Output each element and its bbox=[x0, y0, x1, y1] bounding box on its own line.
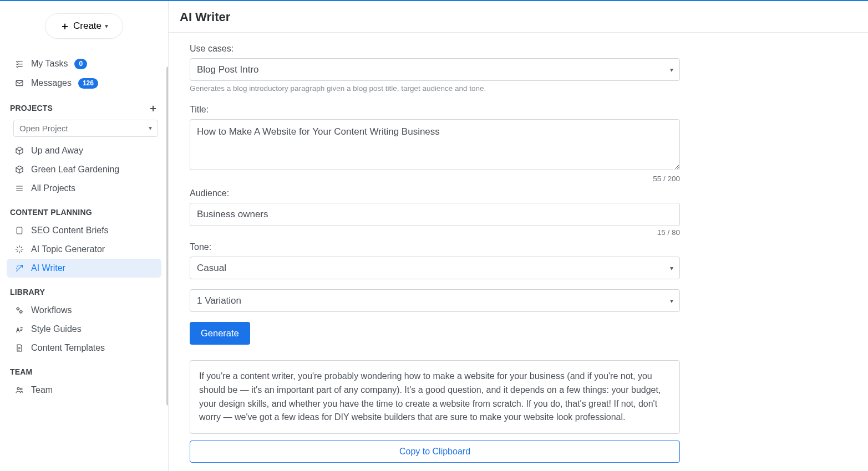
sidebar-item-label: Workflows bbox=[31, 305, 72, 315]
section-title-label: PROJECTS bbox=[10, 104, 53, 112]
section-library: LIBRARY bbox=[4, 278, 164, 301]
page-title: AI Writer bbox=[169, 1, 868, 33]
sidebar-scrollbar[interactable] bbox=[166, 66, 168, 406]
document-icon bbox=[14, 226, 24, 235]
section-team: TEAM bbox=[4, 357, 164, 381]
sidebar-item-project-green-leaf[interactable]: Green Leaf Gardening bbox=[7, 160, 161, 179]
main: AI Writer Use cases: Blog Post Intro Gen… bbox=[168, 1, 868, 471]
sidebar-item-content-templates[interactable]: Content Templates bbox=[7, 339, 161, 357]
chevron-down-icon: ▾ bbox=[105, 22, 108, 30]
sidebar-item-label: AI Writer bbox=[31, 263, 65, 273]
open-project-label: Open Project bbox=[19, 124, 68, 133]
plus-icon: ＋ bbox=[60, 21, 70, 31]
sidebar: ＋ Create ▾ My Tasks 0 Messages 126 PROJE… bbox=[0, 1, 168, 471]
title-textarea[interactable] bbox=[190, 119, 680, 170]
section-title-label: CONTENT PLANNING bbox=[10, 208, 92, 217]
sidebar-item-label: Team bbox=[31, 385, 53, 395]
section-content-planning: CONTENT PLANNING bbox=[4, 198, 164, 221]
style-icon bbox=[14, 325, 24, 334]
gears-icon bbox=[14, 306, 24, 315]
chevron-down-icon: ▾ bbox=[149, 124, 152, 132]
copy-to-clipboard-button[interactable]: Copy to Clipboard bbox=[190, 441, 680, 463]
messages-badge: 126 bbox=[78, 78, 98, 89]
sidebar-item-label: AI Topic Generator bbox=[31, 244, 105, 254]
create-button[interactable]: ＋ Create ▾ bbox=[45, 13, 123, 39]
sidebar-item-team[interactable]: Team bbox=[7, 381, 161, 400]
file-icon bbox=[14, 344, 24, 352]
content-area: Use cases: Blog Post Intro Generates a b… bbox=[169, 33, 868, 471]
sidebar-item-label: Green Leaf Gardening bbox=[31, 165, 119, 175]
sidebar-item-label: Up and Away bbox=[31, 146, 83, 156]
sparkle-icon bbox=[14, 245, 24, 254]
audience-label: Audience: bbox=[190, 188, 680, 198]
sidebar-item-ai-topic-generator[interactable]: AI Topic Generator bbox=[7, 240, 161, 259]
create-button-label: Create bbox=[73, 21, 101, 32]
title-label: Title: bbox=[190, 105, 680, 115]
sidebar-item-label: Content Templates bbox=[31, 343, 105, 353]
box-icon bbox=[14, 146, 24, 155]
svg-point-2 bbox=[17, 308, 19, 310]
sidebar-item-label: SEO Content Briefs bbox=[31, 226, 109, 235]
variation-select[interactable]: 1 Variation bbox=[190, 289, 680, 312]
sidebar-item-seo-briefs[interactable]: SEO Content Briefs bbox=[7, 221, 161, 240]
tasks-icon bbox=[14, 59, 24, 68]
tone-select[interactable]: Casual bbox=[190, 257, 680, 279]
sidebar-item-label: All Projects bbox=[31, 183, 75, 193]
svg-point-5 bbox=[21, 388, 22, 390]
sidebar-item-label: Style Guides bbox=[31, 324, 82, 334]
sidebar-item-style-guides[interactable]: Style Guides bbox=[7, 320, 161, 339]
box-icon bbox=[14, 165, 24, 174]
sidebar-item-workflows[interactable]: Workflows bbox=[7, 301, 161, 320]
title-char-counter: 55 / 200 bbox=[190, 175, 680, 183]
sidebar-item-all-projects[interactable]: All Projects bbox=[7, 179, 161, 198]
section-projects: PROJECTS ＋ bbox=[4, 93, 164, 117]
generate-button[interactable]: Generate bbox=[190, 322, 250, 345]
wand-icon bbox=[14, 264, 24, 273]
list-icon bbox=[14, 184, 24, 193]
sidebar-item-project-up-and-away[interactable]: Up and Away bbox=[7, 141, 161, 160]
tone-label: Tone: bbox=[190, 242, 680, 252]
sidebar-item-messages[interactable]: Messages 126 bbox=[7, 74, 161, 93]
result-text: If you're a content writer, you're proba… bbox=[190, 360, 680, 434]
use-cases-label: Use cases: bbox=[190, 44, 680, 54]
people-icon bbox=[14, 386, 24, 395]
open-project-dropdown[interactable]: Open Project ▾ bbox=[13, 120, 158, 137]
svg-rect-1 bbox=[17, 227, 22, 234]
sidebar-item-label: My Tasks bbox=[31, 59, 68, 69]
sidebar-item-label: Messages bbox=[31, 78, 72, 88]
add-project-button[interactable]: ＋ bbox=[148, 103, 158, 113]
use-cases-help: Generates a blog introductory paragraph … bbox=[190, 84, 680, 93]
section-title-label: TEAM bbox=[10, 367, 32, 376]
sidebar-item-ai-writer[interactable]: AI Writer bbox=[7, 259, 161, 278]
svg-point-3 bbox=[20, 310, 22, 313]
audience-input[interactable] bbox=[190, 203, 680, 226]
svg-point-4 bbox=[17, 387, 19, 390]
mail-icon bbox=[14, 79, 24, 88]
use-cases-select[interactable]: Blog Post Intro bbox=[190, 58, 680, 81]
audience-char-counter: 15 / 80 bbox=[190, 228, 680, 237]
sidebar-item-my-tasks[interactable]: My Tasks 0 bbox=[7, 54, 161, 74]
section-title-label: LIBRARY bbox=[10, 288, 45, 296]
my-tasks-badge: 0 bbox=[74, 59, 87, 69]
